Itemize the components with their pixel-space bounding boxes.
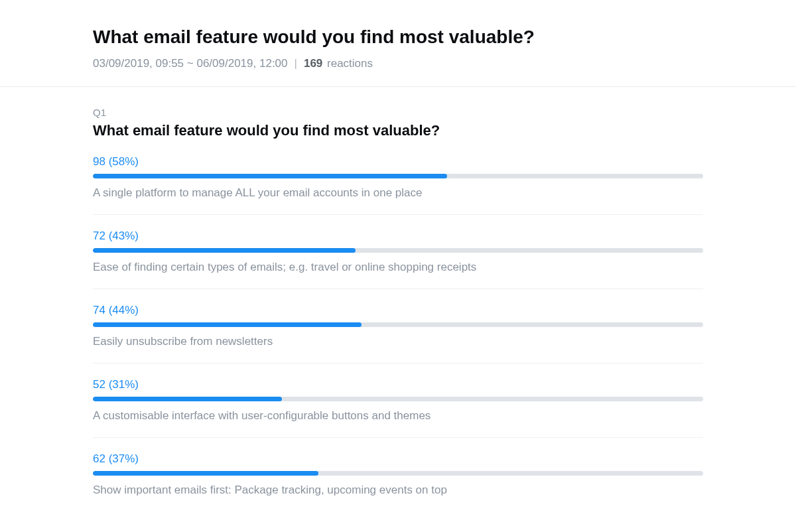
- result-stat: 62 (37%): [93, 452, 703, 466]
- reactions-count: 169: [304, 57, 322, 70]
- result-item: 52 (31%)A customisable interface with us…: [93, 378, 703, 438]
- result-stat: 98 (58%): [93, 155, 703, 168]
- page-title: What email feature would you find most v…: [93, 27, 703, 48]
- result-item: 74 (44%)Easily unsubscribe from newslett…: [93, 304, 703, 364]
- result-item: 98 (58%)A single platform to manage ALL …: [93, 155, 703, 215]
- reactions-label: reactions: [327, 57, 373, 70]
- progress-fill: [93, 248, 356, 253]
- result-stat: 74 (44%): [93, 304, 703, 317]
- progress-track: [93, 248, 703, 253]
- progress-fill: [93, 397, 282, 401]
- result-item: 72 (43%)Ease of finding certain types of…: [93, 230, 703, 289]
- progress-track: [93, 397, 703, 401]
- progress-fill: [93, 174, 447, 178]
- date-range: 03/09/2019, 09:55 ~ 06/09/2019, 12:00: [93, 57, 288, 70]
- result-stat: 52 (31%): [93, 378, 703, 391]
- reactions: 169 reactions: [304, 57, 373, 70]
- progress-fill: [93, 471, 318, 476]
- survey-header: What email feature would you find most v…: [0, 0, 796, 87]
- question-number: Q1: [93, 107, 703, 118]
- result-item: 62 (37%)Show important emails first: Pac…: [93, 452, 703, 511]
- result-label: A customisable interface with user-confi…: [93, 409, 703, 423]
- result-label: A single platform to manage ALL your ema…: [93, 186, 703, 200]
- survey-meta: 03/09/2019, 09:55 ~ 06/09/2019, 12:00 | …: [93, 57, 703, 70]
- result-stat: 72 (43%): [93, 230, 703, 243]
- survey-content: Q1 What email feature would you find mos…: [0, 87, 796, 532]
- result-label: Ease of finding certain types of emails;…: [93, 261, 703, 274]
- results-list: 98 (58%)A single platform to manage ALL …: [93, 155, 703, 511]
- result-label: Show important emails first: Package tra…: [93, 484, 703, 497]
- progress-fill: [93, 322, 362, 327]
- question-title: What email feature would you find most v…: [93, 122, 703, 139]
- result-label: Easily unsubscribe from newsletters: [93, 335, 703, 348]
- meta-divider: |: [295, 57, 297, 70]
- progress-track: [93, 174, 703, 178]
- progress-track: [93, 471, 703, 476]
- progress-track: [93, 322, 703, 327]
